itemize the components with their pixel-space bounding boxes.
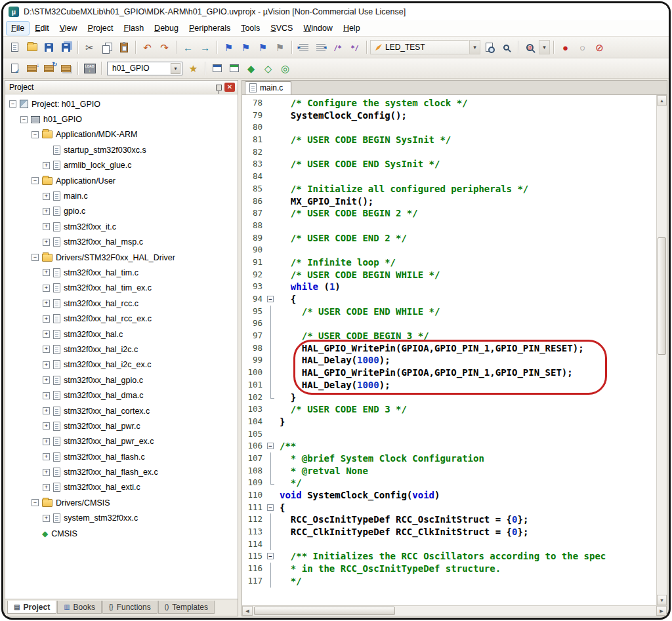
vertical-scrollbar[interactable] <box>656 95 667 605</box>
build-icon[interactable] <box>24 60 40 76</box>
tree-item-stm32f0xx-it-c[interactable]: +stm32f0xx_it.c <box>5 219 238 234</box>
menu-edit[interactable]: Edit <box>30 22 54 35</box>
tree-item-armlib-lock-glue-c[interactable]: +armlib_lock_glue.c <box>5 158 238 173</box>
expander-plus-icon[interactable]: + <box>43 285 50 292</box>
expander-plus-icon[interactable]: + <box>43 469 50 476</box>
scroll-up-button[interactable] <box>657 95 667 106</box>
batch-build-icon[interactable] <box>58 60 74 76</box>
tree-item-drivers-stm32f0xx-hal-driver[interactable]: −Drivers/STM32F0xx_HAL_Driver <box>5 250 238 265</box>
download-to-flash-icon[interactable] <box>81 60 98 76</box>
unindent-icon[interactable] <box>312 39 329 55</box>
pack-installer-icon[interactable]: ◎ <box>277 60 293 76</box>
tree-item-stm32f0xx-hal-flash-ex-c[interactable]: +stm32f0xx_hal_flash_ex.c <box>5 464 238 479</box>
expander-minus-icon[interactable]: − <box>20 116 28 123</box>
tree-item-application-mdk-arm[interactable]: −Application/MDK-ARM <box>5 127 238 142</box>
copy-icon[interactable] <box>98 39 115 55</box>
expander-minus-icon[interactable]: − <box>32 131 39 138</box>
menu-svcs[interactable]: SVCS <box>266 22 297 35</box>
expander-plus-icon[interactable]: + <box>43 392 50 399</box>
menu-peripherals[interactable]: Peripherals <box>184 22 235 35</box>
scroll-left-button[interactable] <box>242 606 253 616</box>
expander-minus-icon[interactable]: − <box>32 177 39 184</box>
bookmark-next-icon[interactable]: ⚑ <box>255 39 271 55</box>
menu-help[interactable]: Help <box>339 22 365 35</box>
indent-icon[interactable] <box>295 39 312 55</box>
tree-item-drivers-cmsis[interactable]: −Drivers/CMSIS <box>5 495 238 510</box>
tree-item-cmsis[interactable]: ◆CMSIS <box>5 526 238 541</box>
horizontal-scroll-thumb[interactable] <box>254 607 395 615</box>
menu-file[interactable]: File <box>7 22 29 35</box>
fold-collapse-icon[interactable]: − <box>267 296 274 302</box>
search-dropdown[interactable] <box>469 40 480 54</box>
fold-collapse-icon[interactable]: − <box>267 504 274 511</box>
rebuild-icon[interactable] <box>41 60 57 76</box>
redo-icon[interactable]: ↷ <box>156 39 173 55</box>
expander-plus-icon[interactable]: + <box>43 269 50 276</box>
tree-item-stm32f0xx-hal-cortex-c[interactable]: +stm32f0xx_hal_cortex.c <box>5 403 238 418</box>
project-tree[interactable]: −Project: h01_GPIO−h01_GPIO−Application/… <box>5 94 238 599</box>
open-file-icon[interactable] <box>24 39 40 55</box>
expander-minus-icon[interactable]: − <box>32 254 39 261</box>
horizontal-scroll-track[interactable] <box>253 606 656 616</box>
tree-item-gpio-c[interactable]: +gpio.c <box>5 204 238 219</box>
target-select[interactable]: h01_GPIO <box>107 62 182 75</box>
tab-functions[interactable]: {}Functions <box>102 601 158 614</box>
save-icon[interactable] <box>41 39 57 55</box>
tree-item-stm32f0xx-hal-pwr-c[interactable]: +stm32f0xx_hal_pwr.c <box>5 418 238 433</box>
navigate-back-icon[interactable]: ← <box>180 39 196 55</box>
expander-plus-icon[interactable]: + <box>43 193 50 200</box>
fold-collapse-icon[interactable]: − <box>267 443 274 449</box>
expander-plus-icon[interactable]: + <box>43 422 50 430</box>
scroll-right-button[interactable] <box>656 606 667 616</box>
close-panel-button[interactable]: ✕ <box>224 83 235 92</box>
menu-view[interactable]: View <box>55 22 82 35</box>
expander-plus-icon[interactable]: + <box>43 484 50 491</box>
tab-main-c[interactable]: main.c <box>245 81 291 94</box>
manage-project-items-icon[interactable] <box>209 60 225 76</box>
expander-minus-icon[interactable]: − <box>9 100 16 108</box>
tree-item-stm32f0xx-hal-tim-ex-c[interactable]: +stm32f0xx_hal_tim_ex.c <box>5 281 238 296</box>
expander-minus-icon[interactable]: − <box>32 499 39 506</box>
expander-plus-icon[interactable]: + <box>43 208 50 215</box>
tree-item-stm32f0xx-hal-i2c-ex-c[interactable]: +stm32f0xx_hal_i2c_ex.c <box>5 357 238 372</box>
expander-plus-icon[interactable]: + <box>43 239 50 246</box>
tree-item-stm32f0xx-hal-flash-c[interactable]: +stm32f0xx_hal_flash.c <box>5 449 238 464</box>
uncomment-selection-icon[interactable] <box>346 39 363 55</box>
tree-item-stm32f0xx-hal-i2c-c[interactable]: +stm32f0xx_hal_i2c.c <box>5 342 238 357</box>
expander-plus-icon[interactable]: + <box>43 361 50 369</box>
expander-plus-icon[interactable]: + <box>43 331 50 338</box>
tree-item-stm32f0xx-hal-gpio-c[interactable]: +stm32f0xx_hal_gpio.c <box>5 372 238 388</box>
tree-item-stm32f0xx-hal-c[interactable]: +stm32f0xx_hal.c <box>5 327 238 342</box>
tree-item-stm32f0xx-hal-msp-c[interactable]: +stm32f0xx_hal_msp.c <box>5 235 238 250</box>
tree-item-stm32f0xx-hal-rcc-c[interactable]: +stm32f0xx_hal_rcc.c <box>5 296 238 311</box>
expander-plus-icon[interactable]: + <box>43 346 50 353</box>
bookmark-clear-icon[interactable]: ⚑ <box>272 39 288 55</box>
save-all-icon[interactable] <box>58 39 74 55</box>
options-for-target-icon[interactable]: ★ <box>185 60 201 76</box>
menu-tools[interactable]: Tools <box>236 22 264 35</box>
expander-plus-icon[interactable]: + <box>43 223 50 230</box>
navigate-forward-icon[interactable]: → <box>197 39 213 55</box>
expander-plus-icon[interactable]: + <box>43 315 50 323</box>
books-window-icon[interactable] <box>226 60 242 76</box>
expander-plus-icon[interactable]: + <box>43 300 50 307</box>
select-packs-icon[interactable]: ◇ <box>260 60 276 76</box>
search-box[interactable]: LED_TEST <box>370 40 469 54</box>
scroll-down-button[interactable] <box>657 595 667 605</box>
tree-item-stm32f0xx-hal-rcc-ex-c[interactable]: +stm32f0xx_hal_rcc_ex.c <box>5 311 238 326</box>
vertical-scroll-track[interactable] <box>657 106 667 595</box>
expander-plus-icon[interactable]: + <box>43 438 50 445</box>
new-file-icon[interactable] <box>7 39 23 55</box>
menu-flash[interactable]: Flash <box>119 22 149 35</box>
symbol-browser-icon[interactable] <box>522 39 538 55</box>
cut-icon[interactable]: ✂ <box>81 39 98 55</box>
menu-debug[interactable]: Debug <box>150 22 183 35</box>
kill-breakpoints-icon[interactable]: ⊘ <box>591 39 608 55</box>
menu-window[interactable]: Window <box>299 22 337 35</box>
title-bar[interactable]: µ D:\STM32CubeMXLib\h01_GPIO\MDK-ARM\h01… <box>3 3 669 20</box>
bookmark-toggle-icon[interactable]: ⚑ <box>220 39 237 55</box>
expander-plus-icon[interactable]: + <box>43 376 50 384</box>
vertical-scroll-thumb[interactable] <box>658 237 666 355</box>
tree-item-main-c[interactable]: +main.c <box>5 188 238 203</box>
tab-project[interactable]: ▤Project <box>7 601 56 614</box>
